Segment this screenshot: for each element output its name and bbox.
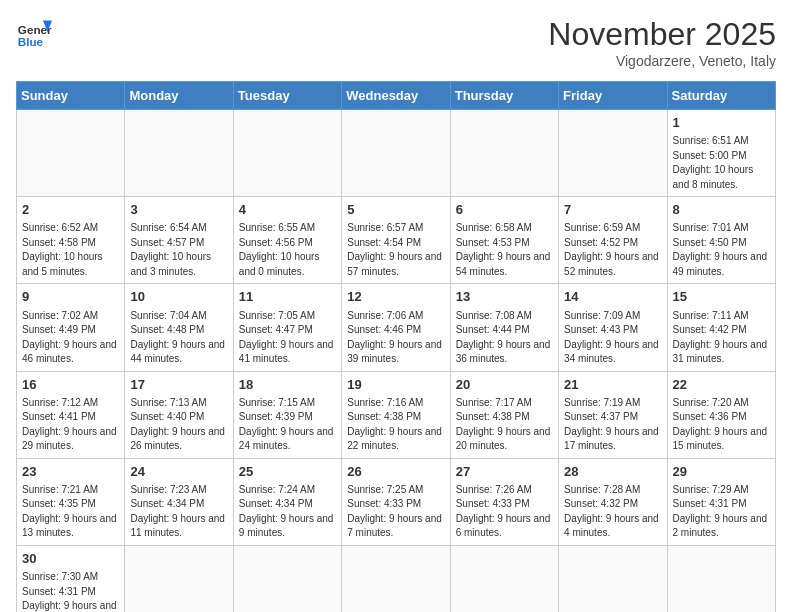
calendar-day-cell (559, 545, 667, 612)
calendar-week-row: 30Sunrise: 7:30 AM Sunset: 4:31 PM Dayli… (17, 545, 776, 612)
day-info: Sunrise: 7:01 AM Sunset: 4:50 PM Dayligh… (673, 221, 770, 279)
day-number: 9 (22, 288, 119, 306)
calendar-day-cell (17, 110, 125, 197)
day-number: 30 (22, 550, 119, 568)
header-tuesday: Tuesday (233, 82, 341, 110)
day-number: 20 (456, 376, 553, 394)
day-info: Sunrise: 7:20 AM Sunset: 4:36 PM Dayligh… (673, 396, 770, 454)
calendar-day-cell (450, 110, 558, 197)
calendar-day-cell (233, 545, 341, 612)
day-info: Sunrise: 7:13 AM Sunset: 4:40 PM Dayligh… (130, 396, 227, 454)
calendar-day-cell: 6Sunrise: 6:58 AM Sunset: 4:53 PM Daylig… (450, 197, 558, 284)
day-number: 28 (564, 463, 661, 481)
header-wednesday: Wednesday (342, 82, 450, 110)
day-info: Sunrise: 7:09 AM Sunset: 4:43 PM Dayligh… (564, 309, 661, 367)
day-info: Sunrise: 7:16 AM Sunset: 4:38 PM Dayligh… (347, 396, 444, 454)
day-number: 18 (239, 376, 336, 394)
calendar-day-cell: 20Sunrise: 7:17 AM Sunset: 4:38 PM Dayli… (450, 371, 558, 458)
day-number: 3 (130, 201, 227, 219)
calendar-day-cell: 1Sunrise: 6:51 AM Sunset: 5:00 PM Daylig… (667, 110, 775, 197)
day-info: Sunrise: 7:28 AM Sunset: 4:32 PM Dayligh… (564, 483, 661, 541)
calendar-day-cell: 4Sunrise: 6:55 AM Sunset: 4:56 PM Daylig… (233, 197, 341, 284)
calendar-day-cell: 7Sunrise: 6:59 AM Sunset: 4:52 PM Daylig… (559, 197, 667, 284)
day-info: Sunrise: 6:57 AM Sunset: 4:54 PM Dayligh… (347, 221, 444, 279)
calendar-day-cell: 8Sunrise: 7:01 AM Sunset: 4:50 PM Daylig… (667, 197, 775, 284)
day-info: Sunrise: 7:05 AM Sunset: 4:47 PM Dayligh… (239, 309, 336, 367)
day-number: 12 (347, 288, 444, 306)
calendar-day-cell (342, 545, 450, 612)
day-number: 15 (673, 288, 770, 306)
day-info: Sunrise: 7:24 AM Sunset: 4:34 PM Dayligh… (239, 483, 336, 541)
svg-text:Blue: Blue (18, 35, 44, 48)
day-info: Sunrise: 7:25 AM Sunset: 4:33 PM Dayligh… (347, 483, 444, 541)
calendar-day-cell: 27Sunrise: 7:26 AM Sunset: 4:33 PM Dayli… (450, 458, 558, 545)
calendar-day-cell: 18Sunrise: 7:15 AM Sunset: 4:39 PM Dayli… (233, 371, 341, 458)
day-info: Sunrise: 7:08 AM Sunset: 4:44 PM Dayligh… (456, 309, 553, 367)
month-title: November 2025 (548, 16, 776, 53)
calendar-day-cell: 29Sunrise: 7:29 AM Sunset: 4:31 PM Dayli… (667, 458, 775, 545)
calendar-day-cell: 10Sunrise: 7:04 AM Sunset: 4:48 PM Dayli… (125, 284, 233, 371)
calendar-week-row: 23Sunrise: 7:21 AM Sunset: 4:35 PM Dayli… (17, 458, 776, 545)
day-number: 10 (130, 288, 227, 306)
day-info: Sunrise: 7:12 AM Sunset: 4:41 PM Dayligh… (22, 396, 119, 454)
calendar-week-row: 2Sunrise: 6:52 AM Sunset: 4:58 PM Daylig… (17, 197, 776, 284)
day-info: Sunrise: 6:55 AM Sunset: 4:56 PM Dayligh… (239, 221, 336, 279)
day-number: 21 (564, 376, 661, 394)
calendar-day-cell: 5Sunrise: 6:57 AM Sunset: 4:54 PM Daylig… (342, 197, 450, 284)
day-number: 5 (347, 201, 444, 219)
calendar-day-cell: 11Sunrise: 7:05 AM Sunset: 4:47 PM Dayli… (233, 284, 341, 371)
day-number: 11 (239, 288, 336, 306)
calendar-week-row: 16Sunrise: 7:12 AM Sunset: 4:41 PM Dayli… (17, 371, 776, 458)
header-friday: Friday (559, 82, 667, 110)
day-number: 27 (456, 463, 553, 481)
day-info: Sunrise: 7:29 AM Sunset: 4:31 PM Dayligh… (673, 483, 770, 541)
day-info: Sunrise: 7:26 AM Sunset: 4:33 PM Dayligh… (456, 483, 553, 541)
calendar-day-cell: 2Sunrise: 6:52 AM Sunset: 4:58 PM Daylig… (17, 197, 125, 284)
calendar-day-cell: 9Sunrise: 7:02 AM Sunset: 4:49 PM Daylig… (17, 284, 125, 371)
calendar-table: Sunday Monday Tuesday Wednesday Thursday… (16, 81, 776, 612)
calendar-day-cell: 25Sunrise: 7:24 AM Sunset: 4:34 PM Dayli… (233, 458, 341, 545)
day-number: 8 (673, 201, 770, 219)
title-block: November 2025 Vigodarzere, Veneto, Italy (548, 16, 776, 69)
day-info: Sunrise: 7:15 AM Sunset: 4:39 PM Dayligh… (239, 396, 336, 454)
header-sunday: Sunday (17, 82, 125, 110)
day-info: Sunrise: 6:52 AM Sunset: 4:58 PM Dayligh… (22, 221, 119, 279)
day-number: 23 (22, 463, 119, 481)
day-info: Sunrise: 6:51 AM Sunset: 5:00 PM Dayligh… (673, 134, 770, 192)
day-info: Sunrise: 7:17 AM Sunset: 4:38 PM Dayligh… (456, 396, 553, 454)
calendar-day-cell (667, 545, 775, 612)
calendar-day-cell: 28Sunrise: 7:28 AM Sunset: 4:32 PM Dayli… (559, 458, 667, 545)
logo: General Blue (16, 16, 52, 52)
day-info: Sunrise: 6:58 AM Sunset: 4:53 PM Dayligh… (456, 221, 553, 279)
calendar-day-cell: 19Sunrise: 7:16 AM Sunset: 4:38 PM Dayli… (342, 371, 450, 458)
calendar-day-cell: 17Sunrise: 7:13 AM Sunset: 4:40 PM Dayli… (125, 371, 233, 458)
day-number: 7 (564, 201, 661, 219)
calendar-day-cell: 14Sunrise: 7:09 AM Sunset: 4:43 PM Dayli… (559, 284, 667, 371)
calendar-day-cell (233, 110, 341, 197)
page-header: General Blue November 2025 Vigodarzere, … (16, 16, 776, 69)
day-number: 16 (22, 376, 119, 394)
calendar-day-cell (450, 545, 558, 612)
calendar-day-cell (125, 110, 233, 197)
calendar-day-cell: 12Sunrise: 7:06 AM Sunset: 4:46 PM Dayli… (342, 284, 450, 371)
location: Vigodarzere, Veneto, Italy (548, 53, 776, 69)
day-info: Sunrise: 7:11 AM Sunset: 4:42 PM Dayligh… (673, 309, 770, 367)
calendar-day-cell: 30Sunrise: 7:30 AM Sunset: 4:31 PM Dayli… (17, 545, 125, 612)
day-number: 13 (456, 288, 553, 306)
calendar-day-cell (125, 545, 233, 612)
calendar-day-cell: 22Sunrise: 7:20 AM Sunset: 4:36 PM Dayli… (667, 371, 775, 458)
calendar-day-cell (559, 110, 667, 197)
day-number: 6 (456, 201, 553, 219)
logo-icon: General Blue (16, 16, 52, 52)
day-number: 25 (239, 463, 336, 481)
header-thursday: Thursday (450, 82, 558, 110)
calendar-day-cell: 13Sunrise: 7:08 AM Sunset: 4:44 PM Dayli… (450, 284, 558, 371)
calendar-day-cell: 21Sunrise: 7:19 AM Sunset: 4:37 PM Dayli… (559, 371, 667, 458)
day-info: Sunrise: 7:30 AM Sunset: 4:31 PM Dayligh… (22, 570, 119, 612)
calendar-day-cell: 24Sunrise: 7:23 AM Sunset: 4:34 PM Dayli… (125, 458, 233, 545)
calendar-day-cell: 16Sunrise: 7:12 AM Sunset: 4:41 PM Dayli… (17, 371, 125, 458)
calendar-day-cell (342, 110, 450, 197)
day-number: 14 (564, 288, 661, 306)
day-number: 17 (130, 376, 227, 394)
day-number: 24 (130, 463, 227, 481)
